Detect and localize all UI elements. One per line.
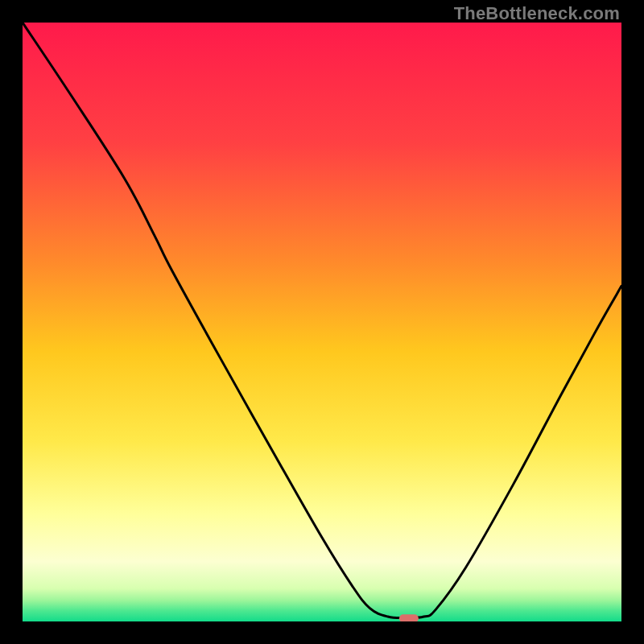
optimal-marker: [399, 614, 419, 621]
gradient-background: [23, 23, 621, 621]
bottleneck-chart: [23, 23, 621, 621]
watermark-text: TheBottleneck.com: [454, 3, 620, 24]
plot-area: [23, 23, 621, 621]
chart-frame: TheBottleneck.com: [0, 0, 644, 644]
